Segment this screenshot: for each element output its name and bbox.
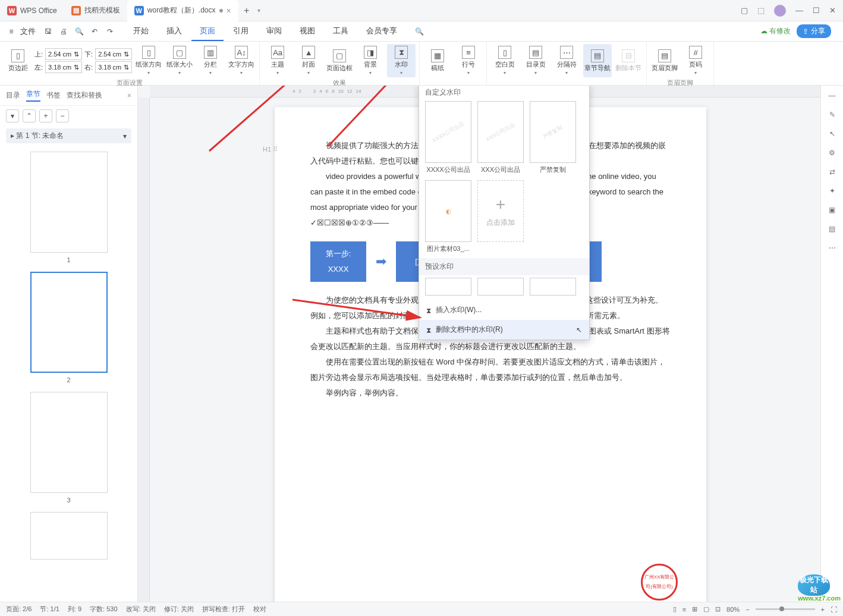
blank-page-button[interactable]: ▯空白页▾	[490, 44, 519, 77]
fullscreen-icon[interactable]: ⛶	[831, 606, 837, 613]
section-nav-button[interactable]: ▤章节导航	[583, 44, 612, 77]
wm-item-image[interactable]: ◐ 图片素材03_...	[425, 180, 471, 253]
page-thumbnail-1[interactable]	[30, 152, 108, 253]
tab-insert[interactable]: 插入	[158, 22, 190, 41]
wm-item-2[interactable]: XXX公司出品 XXX公司出品	[477, 101, 524, 174]
wm-preset-1[interactable]	[425, 278, 471, 296]
user-avatar[interactable]	[774, 5, 786, 17]
zoom-out-icon[interactable]: −	[746, 606, 749, 613]
page-margin-button[interactable]: ▯ 页边距	[4, 44, 32, 77]
tab-document-active[interactable]: W word教程（新）.docx ×	[127, 0, 238, 21]
sidebar-tools-icon[interactable]: ✦	[829, 187, 835, 195]
sidebar-settings-icon[interactable]: ⚙	[829, 149, 835, 157]
save-icon[interactable]: 🖫	[42, 25, 55, 38]
columns-button[interactable]: ▥分栏▾	[196, 44, 225, 77]
share-button[interactable]: ⇪ 分享	[797, 24, 831, 38]
manuscript-button[interactable]: ▦稿纸	[423, 44, 452, 77]
zoom-level[interactable]: 80%	[726, 606, 740, 613]
zoom-in-icon[interactable]: +	[821, 606, 825, 613]
window-maximize-icon[interactable]: ☐	[813, 6, 820, 15]
page-thumbnail-3[interactable]	[30, 392, 108, 493]
nav-tab-bookmark[interactable]: 书签	[46, 90, 61, 100]
paper-size-button[interactable]: ▢纸张大小▾	[165, 44, 194, 77]
nav-close-icon[interactable]: ×	[127, 92, 131, 100]
text-direction-button[interactable]: A↕文字方向▾	[227, 44, 256, 77]
nav-add-button[interactable]: +	[39, 109, 52, 122]
zoom-slider[interactable]	[756, 608, 815, 610]
nav-remove-button[interactable]: −	[56, 109, 69, 122]
status-page[interactable]: 页面: 2/6	[6, 605, 32, 614]
tab-templates[interactable]: ▤ 找稻壳模板	[64, 0, 127, 21]
status-spell[interactable]: 拼写检查: 打开	[202, 605, 245, 614]
delete-watermark-menuitem[interactable]: ⧗ 删除文档中的水印(R) ↖	[419, 320, 589, 340]
wm-item-3[interactable]: 严禁复制 严禁复制	[530, 101, 576, 174]
status-section[interactable]: 节: 1/1	[40, 605, 59, 614]
wm-item-1[interactable]: XXXX公司出品 XXXX公司出品	[425, 101, 471, 174]
undo-icon[interactable]: ↶	[88, 25, 101, 38]
file-menu[interactable]: 文件	[20, 26, 36, 37]
window-close-icon[interactable]: ✕	[829, 6, 836, 15]
tab-view[interactable]: 视图	[291, 22, 323, 41]
page-thumbnail-4[interactable]	[30, 512, 108, 560]
sidebar-minus-icon[interactable]: —	[829, 92, 836, 100]
window-minimize-icon[interactable]: —	[795, 6, 803, 15]
status-track[interactable]: 修订: 关闭	[164, 605, 194, 614]
view-web-icon[interactable]: ▢	[703, 605, 709, 613]
sidebar-pointer-icon[interactable]: ↖	[829, 130, 835, 138]
margin-bottom-input[interactable]: 2.54 cm⇅	[95, 48, 132, 60]
view-list-icon[interactable]: ≡	[682, 606, 686, 613]
nav-collapse-button[interactable]: ⌃	[23, 109, 36, 122]
insert-watermark-menuitem[interactable]: ⧗ 插入水印(W)...	[419, 300, 589, 320]
nav-tab-toc[interactable]: 目录	[6, 90, 20, 100]
nav-tab-find[interactable]: 查找和替换	[67, 90, 102, 100]
line-number-button[interactable]: ≡行号▾	[454, 44, 483, 77]
page-border-button[interactable]: ▢页面边框	[325, 44, 354, 77]
tab-wps-home[interactable]: W WPS Office	[0, 0, 64, 21]
tab-tools[interactable]: 工具	[325, 22, 357, 41]
sidebar-pencil-icon[interactable]: ✎	[829, 111, 835, 119]
vertical-ruler[interactable]	[138, 98, 150, 602]
print-icon[interactable]: 🖨	[57, 25, 70, 38]
section-selector[interactable]: ▸ 第 1 节: 未命名 ▾	[6, 128, 131, 143]
theme-button[interactable]: Aa主题▾	[263, 44, 292, 77]
header-footer-button[interactable]: ▤页眉页脚	[650, 44, 679, 77]
view-outline-icon[interactable]: ⊡	[715, 605, 721, 613]
preview-icon[interactable]: 🔍	[73, 25, 86, 38]
background-button[interactable]: ◨背景▾	[356, 44, 385, 77]
wm-preset-2[interactable]	[477, 278, 524, 296]
tab-close-icon[interactable]: ×	[227, 6, 231, 15]
cloud-status[interactable]: ☁ 有修改	[760, 26, 791, 36]
view-grid-icon[interactable]: ⊞	[692, 605, 697, 613]
margin-left-input[interactable]: 3.18 cm⇅	[45, 61, 82, 73]
watermark-button[interactable]: ⧗水印▾	[387, 44, 416, 77]
menu-icon[interactable]: ≡	[5, 25, 18, 38]
wm-add-item[interactable]: + 点击添加	[477, 180, 524, 253]
margin-top-input[interactable]: 2.54 cm⇅	[45, 48, 82, 60]
tab-start[interactable]: 开始	[125, 22, 157, 41]
tab-dropdown-icon[interactable]: ▾	[257, 7, 260, 14]
separator-button[interactable]: ⋯分隔符▾	[552, 44, 581, 77]
status-words[interactable]: 字数: 530	[90, 605, 117, 614]
sidebar-transform-icon[interactable]: ⇄	[829, 168, 835, 176]
tab-reference[interactable]: 引用	[225, 22, 257, 41]
margin-right-input[interactable]: 3.18 cm⇅	[95, 61, 132, 73]
search-icon[interactable]: 🔍	[415, 27, 424, 36]
view-page-icon[interactable]: ▯	[673, 605, 677, 613]
cover-button[interactable]: ▲封面▾	[294, 44, 323, 77]
status-column[interactable]: 列: 9	[68, 605, 81, 614]
tab-member[interactable]: 会员专享	[358, 22, 405, 41]
redo-icon[interactable]: ↷	[103, 25, 117, 38]
page-thumbnail-2[interactable]	[30, 272, 108, 373]
delete-section-button[interactable]: ⊟删除本节	[614, 44, 643, 77]
cube-icon[interactable]: ⬚	[757, 6, 765, 15]
status-proof[interactable]: 校对	[253, 605, 266, 614]
status-revision[interactable]: 改写: 关闭	[126, 605, 156, 614]
sidebar-list-icon[interactable]: ▤	[829, 225, 835, 233]
new-tab-button[interactable]: +	[238, 5, 255, 16]
sidebar-more-icon[interactable]: ⋯	[829, 244, 836, 252]
paper-orient-button[interactable]: ▯纸张方向▾	[134, 44, 163, 77]
nav-tab-chapter[interactable]: 章节	[26, 89, 40, 102]
sidebar-image-icon[interactable]: ▣	[829, 206, 835, 214]
wm-preset-3[interactable]	[530, 278, 576, 296]
nav-dropdown-button[interactable]: ▾	[6, 109, 19, 122]
